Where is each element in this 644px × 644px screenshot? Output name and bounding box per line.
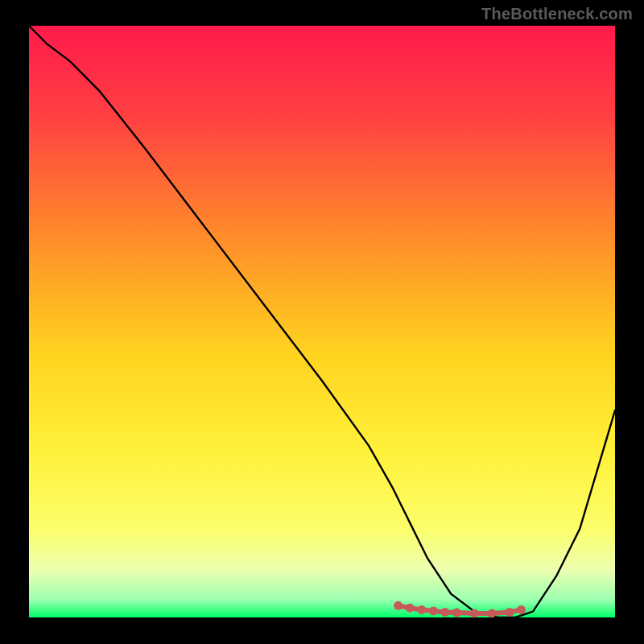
- chart-stage: TheBottleneck.com: [0, 0, 644, 644]
- bottleneck-plot: [0, 0, 644, 644]
